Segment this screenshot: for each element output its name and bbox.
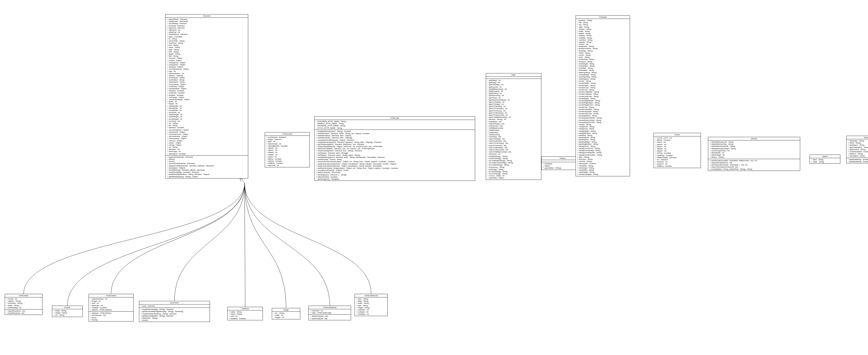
attribute-row: + zIndex : int <box>577 43 629 45</box>
class-CSSStyle: CSSStyle+ position : String+ left : Stri… <box>576 15 630 176</box>
attribute-row: + onhelp : Object <box>167 144 247 146</box>
attribute-row: + screenY : int <box>655 163 700 165</box>
attribute-row: + rel : String <box>167 146 247 148</box>
attribute-row: + rowIndex : int <box>310 310 350 312</box>
operation-row: + createTextNode(string : String) : Elem… <box>140 313 209 315</box>
attribute-row: + fontWeight : String <box>577 63 629 65</box>
operations-section: + setInterval(runnable : Runnable, milli… <box>708 159 800 171</box>
operation-row: + setMonth() <box>487 132 540 134</box>
operation-row: + getMonth() : int <box>487 92 540 95</box>
attribute-row: + history : History <box>709 156 799 158</box>
operation-row: + getUTCSeconds() : int <box>487 114 540 116</box>
attribute-row: + borderWidth : String <box>577 82 629 84</box>
attribute-row: + parentNode : Element <box>167 18 247 20</box>
class-Date: Date+ getDate() : int+ getDay() : int+ g… <box>486 73 541 180</box>
attribute-row: + bottom : String <box>577 28 629 30</box>
attribute-row: + size : int <box>90 302 132 304</box>
attribute-row: + overflow : String <box>577 39 629 41</box>
attribute-row: + clientY : int <box>266 149 308 151</box>
attribute-row: + title : String <box>167 55 247 57</box>
operation-row: + setUTCMilliseconds(i : int) <box>487 151 540 153</box>
attribute-row: + id : String <box>167 38 247 40</box>
attribute-row: + width : String <box>577 30 629 32</box>
attribute-row: + display : String <box>577 34 629 37</box>
class-title: window <box>708 137 800 140</box>
attributes-section: + Netscape : String+ MSIE : String+ appN… <box>846 139 868 158</box>
attribute-row: + ondblclick : Object <box>167 85 247 87</box>
attributes-section: + defaultWindowLeft : String+ defaultWin… <box>708 140 800 159</box>
operation-row: + addEventListener(ielement : Object, ev… <box>316 163 474 165</box>
attribute-row: + cols : int <box>228 315 262 317</box>
attribute-row: + appCodeName : String <box>847 146 868 148</box>
attribute-row: + MSIE : String <box>847 142 868 144</box>
attribute-row: + minWidth : String <box>577 165 629 167</box>
attribute-row: + text : String <box>167 44 247 46</box>
operations-section: + createElement(tag : String) : Element+… <box>139 308 210 322</box>
attribute-row: + innerHTML : String <box>167 40 247 42</box>
operation-row: + toLocalDateString() : String <box>487 159 540 162</box>
class-title: Image <box>272 308 300 312</box>
class-HTMLUtils: HTMLUtils- CHILDREN_ATTR_NAME : String- … <box>314 116 475 181</box>
operations-section: + deleteCell(cell : int)+ insertCell(cel… <box>309 315 351 320</box>
attribute-row: + filter : String <box>577 156 629 158</box>
attribute-row: + background : String <box>577 145 629 147</box>
attribute-row: + type : int <box>266 140 308 143</box>
operation-row: + setMilliseconds() <box>487 127 540 129</box>
attribute-row: + className : String <box>167 81 247 83</box>
attribute-row: + fontVariant : String <box>577 65 629 67</box>
attribute-row: + backgroundImage : String <box>577 149 629 151</box>
attributes-section: + value : String+ name : String+ cols : … <box>228 310 262 320</box>
operation-row: + toLocaleString() : String <box>487 164 540 166</box>
attribute-row: + borderCollapse : String <box>577 173 629 175</box>
operation-row: + createElement(parent : Element, tagnam… <box>316 141 474 143</box>
attribute-row: + readOnly : boolean <box>167 92 247 94</box>
operation-row: + valueOf() : Object <box>487 177 540 179</box>
attribute-row: + left : String <box>577 22 629 24</box>
class-Element: Element+ parentNode : Element+ childNode… <box>165 14 248 178</box>
operation-row: + javaEnabled() : boolean <box>847 158 868 161</box>
attribute-row: + height : String <box>577 32 629 34</box>
class-title: HTMLEvent <box>265 133 309 136</box>
attribute-row: + borderTopStyle : String <box>577 110 629 113</box>
operation-row: + appendChild(child : Element) <box>167 156 247 158</box>
operation-row: + toLocaleTimeString() : String <box>487 162 540 164</box>
attribute-row: + body : Element <box>140 305 209 307</box>
attribute-row: + selectedIndex : int <box>90 298 132 300</box>
attributes-section: - CHILDREN_ATTR_NAME : String- PARENT_AT… <box>315 120 475 130</box>
attribute-row: + width : int <box>167 101 247 103</box>
attribute-row: + defaultWindowTop : String <box>709 143 799 145</box>
attributes-section: + body : Element <box>139 305 210 308</box>
attribute-row: + style : CSSStyle <box>167 36 247 38</box>
attribute-row: + innerText : String <box>167 42 247 44</box>
attribute-row: + button : int <box>266 156 308 158</box>
attribute-row: + paddingRight : String <box>577 141 629 143</box>
attribute-row: + defaultWindowHeight : String <box>709 147 799 150</box>
attribute-row: + marginRight : String <box>577 130 629 132</box>
operation-row: + UTC(d : Date) : int <box>487 175 540 177</box>
attribute-row: + direction : String <box>577 158 629 160</box>
operations-section: + deleteRow(row : int)+ insertRow(row : … <box>5 310 42 315</box>
attribute-row: + altKey : boolean <box>655 139 700 141</box>
attribute-row: + clientWidth : int <box>167 107 247 109</box>
attribute-row: + height : int <box>273 316 299 318</box>
attribute-row: + childNodes : Element[] <box>167 20 247 23</box>
attributes-section: + selectedIndex : int+ length : int+ siz… <box>89 297 133 312</box>
class-Option: Option+ label : String+ value : String <box>810 154 840 164</box>
attribute-row: + cursor : String <box>577 54 629 56</box>
attribute-row: + type : String <box>167 49 247 51</box>
operation-row: + getDay() : int <box>487 81 540 83</box>
attribute-row: + appName : String <box>847 144 868 146</box>
attribute-row: + borderLeftColor : String <box>577 95 629 98</box>
attribute-row: + borderTopWidth : String <box>577 108 629 110</box>
operation-row: + prompt(label : String, defaultText : S… <box>709 168 799 170</box>
operations-section: + javaEnabled() : boolean+ taintEnabled(… <box>846 158 868 163</box>
operation-row: + getDocument() : Document <box>316 171 474 174</box>
attribute-row: + hasLayout : boolean <box>577 163 629 165</box>
attribute-row: + borderColor : String <box>577 86 629 89</box>
operation-row: + toTimeString() : String <box>487 170 540 173</box>
class-title: Textarea <box>228 307 262 310</box>
operation-row: + setYear() : int <box>487 153 540 155</box>
operation-row: + setSeconds() <box>487 134 540 136</box>
attribute-row: + paddingLeft : String <box>577 136 629 139</box>
attribute-row: + rowSpan : int <box>356 313 386 315</box>
